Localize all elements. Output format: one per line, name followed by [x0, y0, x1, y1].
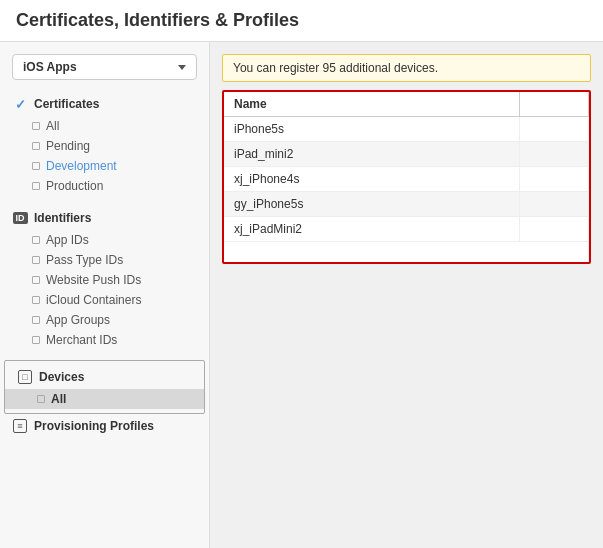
- sidebar-item-label: App IDs: [46, 233, 89, 247]
- sidebar-item-certs-development[interactable]: Development: [0, 156, 209, 176]
- bullet-icon: [32, 316, 40, 324]
- sidebar-item-label: Pass Type IDs: [46, 253, 123, 267]
- sidebar-item-merchant-ids[interactable]: Merchant IDs: [0, 330, 209, 350]
- empty-cell: [224, 242, 589, 262]
- sidebar-item-app-ids[interactable]: App IDs: [0, 230, 209, 250]
- ios-apps-dropdown[interactable]: iOS Apps: [12, 54, 197, 80]
- certificates-label: Certificates: [34, 97, 99, 111]
- dropdown-wrapper: iOS Apps: [0, 54, 209, 92]
- device-extra-cell: [519, 192, 588, 217]
- col-extra-header: [519, 92, 588, 117]
- sidebar-item-app-groups[interactable]: App Groups: [0, 310, 209, 330]
- info-bar: You can register 95 additional devices.: [222, 54, 591, 82]
- bullet-icon: [32, 162, 40, 170]
- col-name-header: Name: [224, 92, 519, 117]
- provisioning-header: ≡ Provisioning Profiles: [0, 414, 209, 438]
- device-extra-cell: [519, 167, 588, 192]
- table-row: iPad_mini2: [224, 142, 589, 167]
- dropdown-arrow-icon: [178, 65, 186, 70]
- table-row-empty: [224, 242, 589, 262]
- certificates-header: ✓ Certificates: [0, 92, 209, 116]
- device-extra-cell: [519, 217, 588, 242]
- sidebar-item-label: Development: [46, 159, 117, 173]
- devices-header: □ Devices: [5, 365, 204, 389]
- device-table-wrapper: Name iPhone5siPad_mini2xj_iPhone4sgy_iPh…: [222, 90, 591, 264]
- table-row: xj_iPadMini2: [224, 217, 589, 242]
- bullet-icon: [32, 336, 40, 344]
- main-content: iOS Apps ✓ Certificates All Pending: [0, 42, 603, 548]
- devices-label: Devices: [39, 370, 84, 384]
- table-row: xj_iPhone4s: [224, 167, 589, 192]
- sidebar-item-icloud-containers[interactable]: iCloud Containers: [0, 290, 209, 310]
- device-name-cell: xj_iPadMini2: [224, 217, 519, 242]
- sidebar-item-label: App Groups: [46, 313, 110, 327]
- provisioning-label: Provisioning Profiles: [34, 419, 154, 433]
- sidebar-item-label: Website Push IDs: [46, 273, 141, 287]
- main-panel: You can register 95 additional devices. …: [210, 42, 603, 548]
- sidebar-item-label: All: [46, 119, 59, 133]
- device-name-cell: iPad_mini2: [224, 142, 519, 167]
- bullet-icon: [32, 276, 40, 284]
- device-name-cell: gy_iPhone5s: [224, 192, 519, 217]
- bullet-icon: [37, 395, 45, 403]
- table-header-row: Name: [224, 92, 589, 117]
- bullet-icon: [32, 122, 40, 130]
- sidebar-item-certs-all[interactable]: All: [0, 116, 209, 136]
- table-row: gy_iPhone5s: [224, 192, 589, 217]
- device-table-body: iPhone5siPad_mini2xj_iPhone4sgy_iPhone5s…: [224, 117, 589, 262]
- id-icon: ID: [12, 210, 28, 226]
- bullet-icon: [32, 182, 40, 190]
- dropdown-label: iOS Apps: [23, 60, 77, 74]
- sidebar: iOS Apps ✓ Certificates All Pending: [0, 42, 210, 548]
- table-row: iPhone5s: [224, 117, 589, 142]
- bullet-icon: [32, 296, 40, 304]
- sidebar-item-pass-type-ids[interactable]: Pass Type IDs: [0, 250, 209, 270]
- identifiers-label: Identifiers: [34, 211, 91, 225]
- checkmark-icon: ✓: [12, 96, 28, 112]
- device-name-cell: xj_iPhone4s: [224, 167, 519, 192]
- sidebar-item-website-push-ids[interactable]: Website Push IDs: [0, 270, 209, 290]
- info-bar-text: You can register 95 additional devices.: [233, 61, 438, 75]
- sidebar-section-certificates: ✓ Certificates All Pending Development: [0, 92, 209, 196]
- sidebar-section-identifiers: ID Identifiers App IDs Pass Type IDs Web…: [0, 206, 209, 350]
- bullet-icon: [32, 236, 40, 244]
- sidebar-item-certs-production[interactable]: Production: [0, 176, 209, 196]
- device-table: Name iPhone5siPad_mini2xj_iPhone4sgy_iPh…: [224, 92, 589, 262]
- sidebar-item-label: iCloud Containers: [46, 293, 141, 307]
- device-name-cell: iPhone5s: [224, 117, 519, 142]
- sidebar-section-provisioning: ≡ Provisioning Profiles: [0, 414, 209, 438]
- device-extra-cell: [519, 142, 588, 167]
- bullet-icon: [32, 142, 40, 150]
- sidebar-item-label: Production: [46, 179, 103, 193]
- identifiers-header: ID Identifiers: [0, 206, 209, 230]
- device-extra-cell: [519, 117, 588, 142]
- sidebar-item-devices-all[interactable]: All: [5, 389, 204, 409]
- sidebar-section-devices: □ Devices All: [4, 360, 205, 414]
- sidebar-item-label: Pending: [46, 139, 90, 153]
- sidebar-item-label: Merchant IDs: [46, 333, 117, 347]
- provisioning-icon: ≡: [12, 418, 28, 434]
- devices-icon: □: [17, 369, 33, 385]
- sidebar-item-label: All: [51, 392, 66, 406]
- sidebar-item-certs-pending[interactable]: Pending: [0, 136, 209, 156]
- page-header: Certificates, Identifiers & Profiles: [0, 0, 603, 42]
- page-title: Certificates, Identifiers & Profiles: [16, 10, 587, 31]
- bullet-icon: [32, 256, 40, 264]
- page-wrapper: Certificates, Identifiers & Profiles iOS…: [0, 0, 603, 548]
